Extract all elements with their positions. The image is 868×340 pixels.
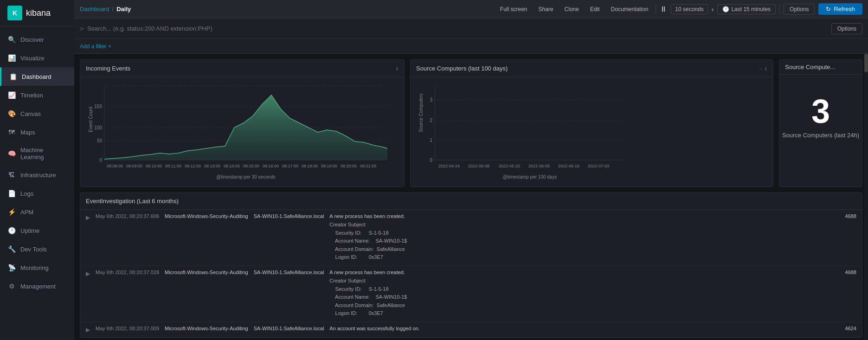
- full-screen-button[interactable]: Full screen: [496, 4, 531, 14]
- prev-interval-button[interactable]: ‹: [712, 6, 714, 13]
- scrollbar-thumb[interactable]: [864, 54, 868, 72]
- svg-text:2: 2: [430, 118, 432, 123]
- svg-text:08:18:00: 08:18:00: [302, 164, 318, 168]
- source-number-header: Source Compute...: [779, 60, 862, 75]
- breadcrumb-parent[interactable]: Dashboard: [80, 6, 109, 13]
- topbar-divider: [656, 5, 656, 14]
- sidebar-item-uptime[interactable]: 🕐 Uptime: [0, 221, 74, 240]
- infrastructure-icon: 🏗: [7, 171, 16, 179]
- refresh-button[interactable]: ↻ Refresh: [818, 3, 862, 15]
- sidebar-item-monitoring[interactable]: 📡 Monitoring: [0, 258, 74, 277]
- sidebar-item-apm[interactable]: ⚡ APM: [0, 203, 74, 221]
- event-timestamp-2: May 6th 2022, 08:20:37.028: [96, 269, 159, 275]
- time-range-button[interactable]: 🕐 Last 15 minutes: [717, 4, 776, 14]
- svg-text:08:13:00: 08:13:00: [204, 164, 220, 168]
- svg-text:2022-05-08: 2022-05-08: [468, 164, 489, 168]
- logs-icon: 📄: [7, 189, 16, 198]
- sidebar-item-dev-tools-label: Dev Tools: [20, 246, 47, 253]
- event-row-toggle-3[interactable]: ▶: [86, 327, 90, 333]
- svg-text:2022-05-22: 2022-05-22: [499, 164, 520, 168]
- management-icon: ⚙: [7, 282, 16, 290]
- svg-text:08:20:00: 08:20:00: [341, 164, 357, 168]
- event-row-toggle-1[interactable]: ▶: [86, 214, 90, 221]
- sidebar-item-logs-label: Logs: [20, 190, 33, 197]
- event-host-3: SA-WIN10-1.SafeAlliance.local: [254, 326, 324, 331]
- sidebar-item-dev-tools[interactable]: 🔧 Dev Tools: [0, 240, 74, 258]
- main-content: Incoming Events ‹ Event Count 0: [74, 54, 868, 340]
- incoming-events-back-button[interactable]: ‹: [396, 64, 399, 73]
- sidebar-item-uptime-label: Uptime: [20, 227, 39, 234]
- dashboard-icon: 📋: [9, 72, 17, 81]
- topbar-divider2: [779, 5, 780, 14]
- sidebar-item-monitoring-label: Monitoring: [20, 264, 49, 271]
- svg-text:@timestamp per 100 days: @timestamp per 100 days: [503, 174, 557, 180]
- discover-icon: 🔍: [7, 35, 16, 44]
- svg-text:@timestamp per 30 seconds: @timestamp per 30 seconds: [216, 174, 275, 180]
- event-message-2: A new process has been created. Creator …: [329, 269, 828, 318]
- incoming-events-chart: Event Count 0 50 100 150: [86, 81, 397, 183]
- share-button[interactable]: Share: [535, 4, 557, 14]
- dev-tools-icon: 🔧: [7, 245, 16, 253]
- maps-icon: 🗺: [7, 128, 16, 136]
- sidebar-item-timelion-label: Timelion: [20, 92, 43, 99]
- monitoring-icon: 📡: [7, 263, 16, 272]
- searchbar: > Options: [74, 19, 868, 39]
- source-chart-menu-button[interactable]: ···: [759, 66, 763, 71]
- svg-text:08:08:00: 08:08:00: [107, 164, 123, 168]
- svg-text:Source Computers: Source Computers: [418, 94, 424, 132]
- search-options-button[interactable]: Options: [831, 23, 862, 34]
- event-details-2: Creator Subject: Security ID: S-1-5-18 A…: [329, 277, 828, 318]
- sidebar-item-timelion[interactable]: 📈 Timelion: [0, 86, 74, 104]
- pause-button[interactable]: ⏸: [660, 5, 667, 13]
- documentation-button[interactable]: Documentation: [607, 4, 652, 14]
- source-computers-chart: Source Computers 0 1 2 3 2022-04-24: [416, 81, 634, 183]
- sidebar-item-discover-label: Discover: [20, 36, 44, 43]
- sidebar-item-management[interactable]: ⚙ Management: [0, 277, 74, 295]
- incoming-events-chart-area: Event Count 0 50 100 150: [80, 77, 404, 186]
- machine-learning-icon: 🧠: [7, 149, 16, 158]
- event-message-1: A new process has been created. Creator …: [329, 213, 828, 262]
- clone-button[interactable]: Clone: [561, 4, 583, 14]
- kibana-icon: K: [7, 6, 22, 20]
- search-input[interactable]: [87, 25, 831, 32]
- event-host-1: SA-WIN10-1.SafeAlliance.local: [254, 213, 324, 219]
- svg-text:50: 50: [97, 138, 103, 143]
- incoming-events-header: Incoming Events ‹: [80, 60, 404, 77]
- event-id-2: 4688: [833, 269, 856, 275]
- sidebar-item-maps[interactable]: 🗺 Maps: [0, 123, 74, 141]
- sidebar-item-maps-label: Maps: [20, 129, 35, 136]
- scrollbar[interactable]: [864, 54, 868, 340]
- event-message-3: An account was successfully logged on.: [329, 326, 828, 331]
- filterbar: Add a filter +: [74, 39, 868, 54]
- sidebar-item-logs[interactable]: 📄 Logs: [0, 184, 74, 203]
- event-row: ▶ May 6th 2022, 08:20:37.028 Microsoft-W…: [80, 266, 862, 322]
- big-number-display: 3 Source Computers (last 24h): [779, 75, 862, 158]
- sidebar-item-infrastructure[interactable]: 🏗 Infrastructure: [0, 166, 74, 184]
- refresh-label: Refresh: [834, 6, 855, 13]
- svg-text:08:12:00: 08:12:00: [185, 164, 201, 168]
- add-filter-button[interactable]: Add a filter +: [80, 43, 111, 50]
- edit-button[interactable]: Edit: [586, 4, 604, 14]
- app-logo: K kibana: [0, 0, 74, 26]
- sidebar-item-machine-learning[interactable]: 🧠 Machine Learning: [0, 141, 74, 166]
- event-investigation-header: EventInvestigation (Last 6 months): [80, 193, 862, 210]
- sidebar-item-canvas[interactable]: 🎨 Canvas: [0, 104, 74, 123]
- svg-text:0: 0: [99, 158, 102, 163]
- sidebar-item-dashboard-label: Dashboard: [22, 73, 51, 80]
- sidebar-item-discover[interactable]: 🔍 Discover: [0, 30, 74, 49]
- svg-text:08:14:00: 08:14:00: [224, 164, 240, 168]
- sidebar-item-dashboard[interactable]: 📋 Dashboard: [0, 67, 74, 86]
- source-number-title: Source Compute...: [785, 64, 835, 71]
- event-investigation-title: EventInvestigation (Last 6 months): [86, 198, 179, 205]
- options-button[interactable]: Options: [784, 4, 815, 15]
- svg-text:2022-06-19: 2022-06-19: [558, 164, 579, 168]
- svg-text:0: 0: [430, 158, 432, 163]
- interval-button[interactable]: 10 seconds: [671, 4, 707, 14]
- canvas-icon: 🎨: [7, 109, 16, 118]
- event-timestamp-1: May 6th 2022, 08:20:37.606: [96, 213, 159, 219]
- source-computers-header: Source Computers (last 100 days) ··· ‹: [411, 60, 773, 77]
- event-row-toggle-2[interactable]: ▶: [86, 270, 90, 277]
- source-chart-back-button[interactable]: ‹: [765, 64, 767, 73]
- sidebar-item-visualize[interactable]: 📊 Visualize: [0, 49, 74, 67]
- sidebar-item-canvas-label: Canvas: [20, 110, 41, 117]
